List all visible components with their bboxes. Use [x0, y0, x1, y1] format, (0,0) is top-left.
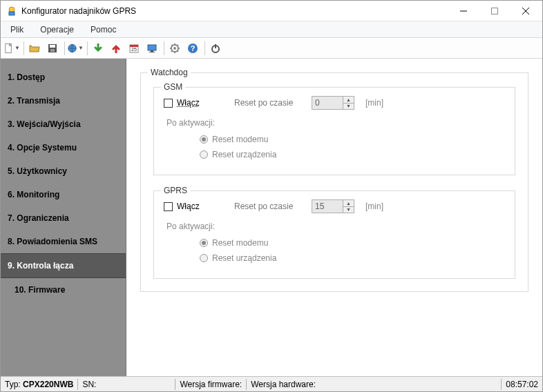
- separator: [87, 41, 88, 55]
- svg-text:25: 25: [131, 47, 137, 52]
- svg-line-25: [171, 50, 173, 52]
- gprs-reset-after-label: Reset po czasie: [234, 202, 303, 211]
- gprs-reset-spinner[interactable]: 15 ▲ ▼: [312, 199, 354, 213]
- chevron-down-icon: ▼: [78, 45, 84, 51]
- gprs-radio-modem-label: Reset modemu: [212, 238, 268, 248]
- gprs-enable-label: Włącz: [177, 202, 200, 211]
- svg-rect-3: [491, 8, 497, 14]
- gsm-reset-value: 0: [312, 98, 343, 108]
- sidebar-item-kontrola-lacza[interactable]: 9. Kontrola łącza: [1, 253, 126, 278]
- separator: [204, 41, 205, 55]
- gprs-radio-reset-device[interactable]: [200, 254, 208, 262]
- status-hw-label: Wersja hardware:: [251, 380, 316, 389]
- svg-rect-16: [149, 52, 155, 52]
- separator: [23, 41, 24, 55]
- gsm-radio-device-label: Reset urządzenia: [212, 150, 276, 159]
- menu-operacje[interactable]: Operacje: [32, 21, 82, 37]
- chevron-up-icon[interactable]: ▲: [343, 97, 354, 104]
- gsm-reset-after-label: Reset po czasie: [234, 98, 303, 108]
- calendar-button[interactable]: 25: [126, 40, 142, 57]
- sidebar: 1. Dostęp 2. Transmisja 3. Wejścia/Wyjśc…: [1, 59, 126, 376]
- watchdog-fieldset: Watchdog GSM Włącz Reset po czasie: [140, 72, 528, 292]
- toolbar: ▼ ▼ 25 ?: [1, 38, 542, 59]
- window-controls: [448, 1, 541, 21]
- gprs-radio-reset-modem[interactable]: [200, 239, 208, 247]
- power-button[interactable]: [207, 40, 224, 57]
- svg-line-26: [178, 45, 179, 46]
- menubar: Plik Operacje Pomoc: [1, 21, 542, 38]
- titlebar: Konfigurator nadajników GPRS: [1, 1, 542, 21]
- gprs-legend: GPRS: [161, 186, 190, 195]
- chevron-down-icon[interactable]: ▼: [343, 207, 354, 213]
- svg-point-18: [173, 47, 176, 50]
- gsm-fieldset: GSM Włącz Reset po czasie 0 ▲: [153, 87, 515, 175]
- gsm-legend: GSM: [161, 82, 185, 92]
- status-fw-label: Wersja firmware:: [180, 380, 242, 389]
- menu-plik[interactable]: Plik: [2, 21, 32, 37]
- download-button[interactable]: [90, 40, 106, 57]
- sidebar-item-dostep[interactable]: 1. Dostęp: [1, 66, 126, 89]
- svg-rect-1: [9, 12, 15, 15]
- open-file-button[interactable]: [26, 40, 43, 57]
- svg-line-24: [178, 50, 179, 52]
- app-icon: [6, 6, 17, 17]
- separator: [164, 41, 164, 55]
- svg-rect-14: [148, 45, 156, 50]
- gsm-enable-label: Włącz: [177, 98, 200, 108]
- globe-button[interactable]: ▼: [67, 40, 84, 57]
- svg-rect-15: [151, 50, 153, 52]
- gprs-after-activation-label: Po aktywacji:: [166, 222, 505, 231]
- save-button[interactable]: [44, 40, 61, 57]
- svg-text:?: ?: [191, 44, 196, 52]
- sidebar-item-opcje-systemu[interactable]: 4. Opcje Systemu: [1, 136, 126, 159]
- chevron-up-icon[interactable]: ▲: [343, 200, 354, 207]
- close-button[interactable]: [510, 1, 541, 21]
- gprs-radio-device-label: Reset urządzenia: [212, 253, 276, 263]
- gprs-fieldset: GPRS Włącz Reset po czasie 15 ▲: [153, 190, 515, 279]
- sidebar-item-transmisja[interactable]: 2. Transmisja: [1, 89, 126, 112]
- settings-button[interactable]: [166, 40, 183, 57]
- status-typ: Typ: CPX220NWB: [1, 377, 77, 391]
- sidebar-item-powiadomienia-sms[interactable]: 8. Powiadomienia SMS: [1, 230, 126, 253]
- gsm-radio-modem-label: Reset modemu: [212, 135, 268, 144]
- sidebar-item-firmware[interactable]: 10. Firmware: [1, 278, 126, 302]
- sidebar-item-ograniczenia[interactable]: 7. Ograniczenia: [1, 206, 126, 230]
- gsm-radio-reset-modem[interactable]: [200, 135, 208, 144]
- gsm-enable-checkbox[interactable]: [164, 99, 173, 108]
- content-panel: Watchdog GSM Włącz Reset po czasie: [126, 59, 542, 376]
- status-sn-label: SN:: [82, 380, 96, 389]
- svg-line-23: [171, 45, 173, 46]
- app-window: Konfigurator nadajników GPRS Plik Operac…: [0, 0, 543, 392]
- watchdog-legend: Watchdog: [148, 68, 191, 77]
- gsm-after-activation-label: Po aktywacji:: [166, 118, 505, 128]
- maximize-button[interactable]: [479, 1, 510, 21]
- status-time: 08:57:02: [502, 377, 542, 391]
- window-title: Konfigurator nadajników GPRS: [21, 6, 448, 16]
- gprs-reset-value: 15: [312, 202, 343, 211]
- gsm-unit: [min]: [365, 98, 383, 108]
- minimize-button[interactable]: [448, 1, 479, 21]
- sidebar-item-uzytkownicy[interactable]: 5. Użytkownicy: [1, 159, 126, 183]
- separator: [64, 41, 65, 55]
- chevron-down-icon[interactable]: ▼: [343, 104, 354, 110]
- menu-pomoc[interactable]: Pomoc: [82, 21, 124, 37]
- status-hw: Wersja hardware:: [247, 377, 320, 391]
- svg-rect-9: [50, 49, 55, 52]
- sidebar-item-wejscia-wyjscia[interactable]: 3. Wejścia/Wyjścia: [1, 112, 126, 136]
- statusbar: Typ: CPX220NWB SN: Wersja firmware: Wers…: [1, 376, 542, 391]
- svg-rect-8: [50, 45, 55, 48]
- new-file-button[interactable]: ▼: [3, 40, 20, 57]
- upload-button[interactable]: [108, 40, 124, 57]
- body: 1. Dostęp 2. Transmisja 3. Wejścia/Wyjśc…: [1, 59, 542, 376]
- gsm-reset-spinner[interactable]: 0 ▲ ▼: [312, 96, 354, 110]
- chevron-down-icon: ▼: [15, 45, 20, 51]
- status-typ-label: Typ:: [5, 380, 21, 389]
- gprs-enable-checkbox[interactable]: [164, 202, 173, 211]
- monitor-button[interactable]: [144, 40, 160, 57]
- status-typ-value: CPX220NWB: [23, 380, 73, 389]
- sidebar-item-monitoring[interactable]: 6. Monitoring: [1, 183, 126, 206]
- status-sn: SN:: [78, 377, 175, 391]
- help-button[interactable]: ?: [184, 40, 201, 57]
- gsm-radio-reset-device[interactable]: [200, 150, 208, 159]
- status-fw: Wersja firmware:: [175, 377, 246, 391]
